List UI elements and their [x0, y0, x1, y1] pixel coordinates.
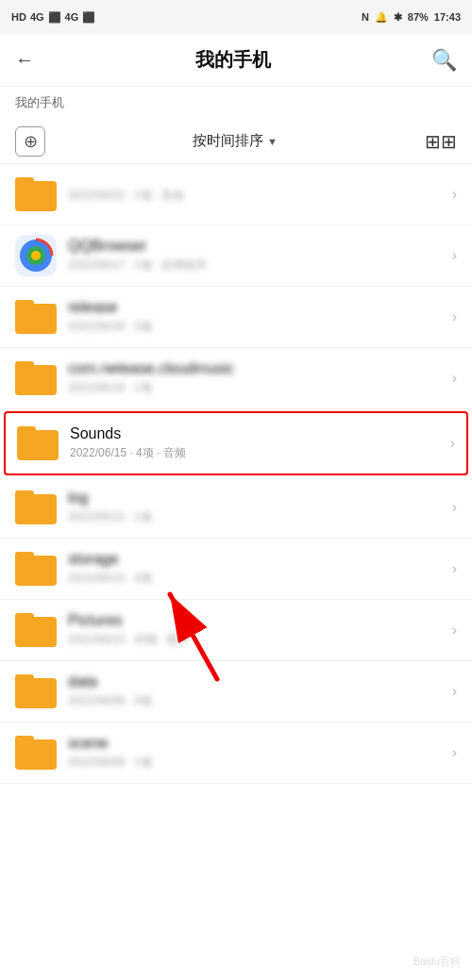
- list-item-file-pictures[interactable]: Pictures2022/06/15 · 45项 · 图片›: [0, 600, 472, 661]
- search-button[interactable]: 🔍: [431, 48, 457, 73]
- status-bluetooth-icon: ✱: [394, 11, 402, 24]
- page-title: 我的手机: [195, 47, 271, 73]
- status-bar: HD 4G ⬛ 4G ⬛ N 🔔 ✱ 87% 17:43: [0, 0, 472, 34]
- file-meta-file-netease: 2022/06/16 · 1项: [68, 380, 452, 396]
- file-name-file-log: log: [68, 490, 452, 507]
- folder-icon-file-storage: [15, 548, 57, 590]
- status-right: N 🔔 ✱ 87% 17:43: [362, 11, 461, 24]
- list-item-file-scene[interactable]: scene2022/06/06 · 1项›: [0, 723, 472, 784]
- status-nfc-icon: N: [362, 11, 369, 23]
- list-item-file-netease[interactable]: com.netease.cloudmusic2022/06/16 · 1项›: [0, 348, 472, 409]
- chevron-right-icon-file-qqbrowser: ›: [452, 247, 457, 264]
- file-meta-file-sounds: 2022/06/15 · 4项 · 音频: [70, 445, 450, 461]
- folder-icon-file-sounds: [17, 423, 59, 464]
- file-meta-file-scene: 2022/06/06 · 1项: [68, 755, 452, 771]
- file-meta-file-release: 2022/06/16 · 3项: [68, 319, 452, 335]
- chevron-right-icon-file-log: ›: [452, 499, 457, 516]
- status-bars2: ⬛: [82, 11, 95, 24]
- file-name-file-pictures: Pictures: [68, 612, 452, 629]
- folder-icon-file-data: [15, 671, 57, 712]
- file-meta-file-qqbrowser: 2022/06/17 · 1项 · 应用程序: [68, 257, 452, 274]
- chevron-right-icon-file-release: ›: [452, 308, 457, 325]
- chevron-right-icon-file-sounds: ›: [450, 435, 455, 452]
- toolbar: ⊕ 按时间排序 ▼ ⊞⊞: [0, 119, 472, 164]
- list-item-file-data[interactable]: data2022/06/06 · 3项›: [0, 661, 472, 723]
- file-meta-file-pictures: 2022/06/15 · 45项 · 图片: [68, 632, 452, 648]
- status-notification-icon: 🔔: [375, 11, 388, 24]
- status-time: 17:43: [434, 11, 461, 23]
- chevron-right-icon-file-data: ›: [452, 683, 457, 700]
- file-name-file-sounds: Sounds: [70, 425, 450, 442]
- file-list: 2022/06/22 · 1项 · 其他› QQBrowser2022/06/1…: [0, 164, 472, 784]
- list-item-file-log[interactable]: log2022/06/15 · 1项›: [0, 477, 472, 539]
- back-button[interactable]: ←: [15, 49, 34, 71]
- folder-icon-file-release: [15, 296, 57, 338]
- folder-icon-file-scene: [15, 732, 57, 773]
- list-item-file-storage[interactable]: storage2022/06/15 · 4项›: [0, 539, 472, 600]
- sort-label: 按时间排序: [193, 132, 263, 150]
- folder-icon-file-log: [15, 487, 57, 528]
- nav-bar: ← 我的手机 🔍: [0, 34, 472, 87]
- status-battery: 87%: [408, 11, 429, 23]
- sort-button[interactable]: 按时间排序 ▼: [193, 132, 278, 150]
- status-4g1: 4G: [30, 11, 44, 23]
- breadcrumb: 我的手机: [0, 87, 472, 119]
- folder-icon-file-pictures: [15, 609, 57, 651]
- chevron-right-icon-file-pictures: ›: [452, 622, 457, 639]
- chevron-right-icon-file-scene: ›: [452, 744, 457, 761]
- folder-icon-file-qqbrowser: [15, 235, 57, 276]
- status-bars1: ⬛: [48, 11, 61, 24]
- folder-icon-file-netease: [15, 357, 57, 399]
- view-toggle-button[interactable]: ⊞⊞: [425, 130, 457, 153]
- file-name-file-qqbrowser: QQBrowser: [68, 238, 452, 255]
- svg-point-2: [31, 251, 41, 260]
- browser-icon: [15, 235, 57, 276]
- list-item-file-sounds[interactable]: Sounds2022/06/15 · 4项 · 音频›: [4, 411, 468, 475]
- add-folder-button[interactable]: ⊕: [15, 126, 45, 157]
- list-item-file-qqbrowser[interactable]: QQBrowser2022/06/17 · 1项 · 应用程序›: [0, 225, 472, 287]
- file-name-file-data: data: [68, 673, 452, 690]
- folder-icon-file-1: [15, 174, 57, 215]
- file-name-file-storage: storage: [68, 551, 452, 568]
- grid-view-icon: ⊞⊞: [425, 130, 457, 153]
- watermark: Baidu百科: [413, 955, 461, 969]
- list-item-file-release[interactable]: release2022/06/16 · 3项›: [0, 287, 472, 348]
- sort-arrow-icon: ▼: [267, 136, 278, 147]
- file-name-file-scene: scene: [68, 735, 452, 752]
- chevron-right-icon-file-storage: ›: [452, 560, 457, 577]
- chevron-right-icon-file-1: ›: [452, 186, 457, 203]
- file-meta-file-log: 2022/06/15 · 1项: [68, 509, 452, 525]
- file-meta-file-data: 2022/06/06 · 3项: [68, 693, 452, 709]
- file-name-file-release: release: [68, 299, 452, 316]
- status-4g2: 4G: [65, 11, 79, 23]
- status-signal: HD: [11, 11, 26, 23]
- file-meta-file-1: 2022/06/22 · 1项 · 其他: [68, 188, 452, 204]
- file-meta-file-storage: 2022/06/15 · 4项: [68, 571, 452, 587]
- file-name-file-netease: com.netease.cloudmusic: [68, 360, 452, 377]
- chevron-right-icon-file-netease: ›: [452, 370, 457, 387]
- status-left: HD 4G ⬛ 4G ⬛: [11, 11, 95, 24]
- add-icon: ⊕: [24, 131, 38, 152]
- list-item-file-1[interactable]: 2022/06/22 · 1项 · 其他›: [0, 164, 472, 225]
